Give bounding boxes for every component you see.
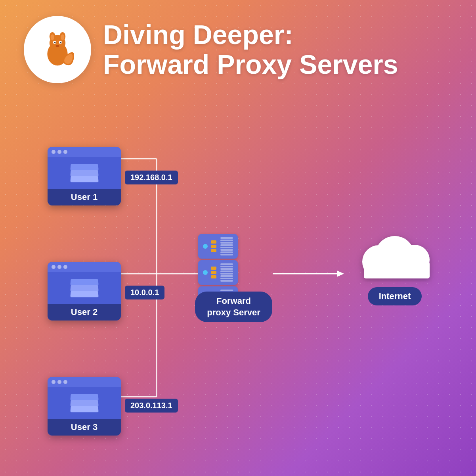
- user1-ip: 192.168.0.1: [125, 171, 178, 184]
- internet-label: Internet: [368, 287, 422, 305]
- title-line2: Forward Proxy Servers: [103, 50, 398, 79]
- svg-rect-22: [364, 262, 430, 278]
- user2-titlebar: [48, 262, 121, 272]
- title-block: Diving Deeper: Forward Proxy Servers: [103, 20, 398, 79]
- header: Diving Deeper: Forward Proxy Servers: [24, 16, 398, 83]
- internet-container: Internet: [353, 230, 436, 305]
- user3-browser-body: [48, 387, 121, 419]
- user2-ip: 10.0.0.1: [125, 286, 164, 299]
- user3-card: User 3: [48, 377, 121, 436]
- logo-circle: [24, 16, 91, 83]
- svg-point-10: [55, 45, 59, 47]
- server-container: Forward proxy Server: [198, 234, 238, 313]
- svg-point-9: [60, 42, 61, 44]
- logo-icon: [36, 28, 79, 71]
- svg-point-5: [61, 35, 64, 40]
- server-label: Forward proxy Server: [195, 292, 272, 322]
- svg-marker-18: [337, 271, 344, 277]
- user1-titlebar: [48, 147, 121, 157]
- cloud-icon: [353, 230, 436, 282]
- user2-card: User 2: [48, 262, 121, 321]
- svg-point-3: [51, 35, 54, 40]
- user3-ip: 203.0.113.1: [125, 399, 178, 413]
- main-canvas: Diving Deeper: Forward Proxy Servers: [0, 0, 476, 476]
- server-unit-2: [198, 260, 238, 285]
- user1-card: User 1: [48, 147, 121, 205]
- title-line1: Diving Deeper:: [103, 20, 398, 50]
- user2-browser-body: [48, 272, 121, 304]
- user1-label: User 1: [48, 189, 121, 205]
- user3-titlebar: [48, 377, 121, 387]
- svg-point-8: [54, 42, 56, 44]
- user2-label: User 2: [48, 304, 121, 321]
- user1-browser-body: [48, 157, 121, 189]
- user3-label: User 3: [48, 419, 121, 436]
- server-unit-1: [198, 234, 238, 259]
